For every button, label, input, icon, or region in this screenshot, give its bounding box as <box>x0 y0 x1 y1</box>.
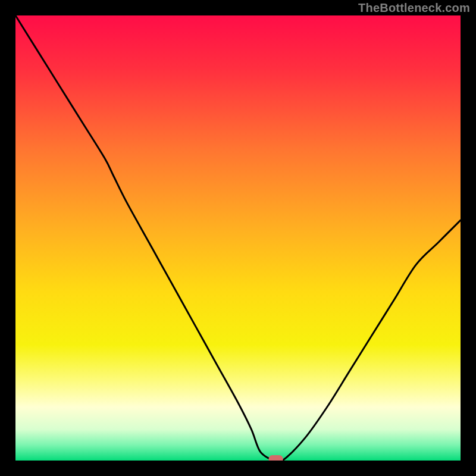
optimal-marker <box>269 455 283 461</box>
plot-area <box>15 15 461 461</box>
attribution-text: TheBottleneck.com <box>358 1 470 15</box>
chart-svg <box>15 15 461 461</box>
chart-frame: TheBottleneck.com <box>0 0 476 476</box>
gradient-background <box>15 15 461 461</box>
